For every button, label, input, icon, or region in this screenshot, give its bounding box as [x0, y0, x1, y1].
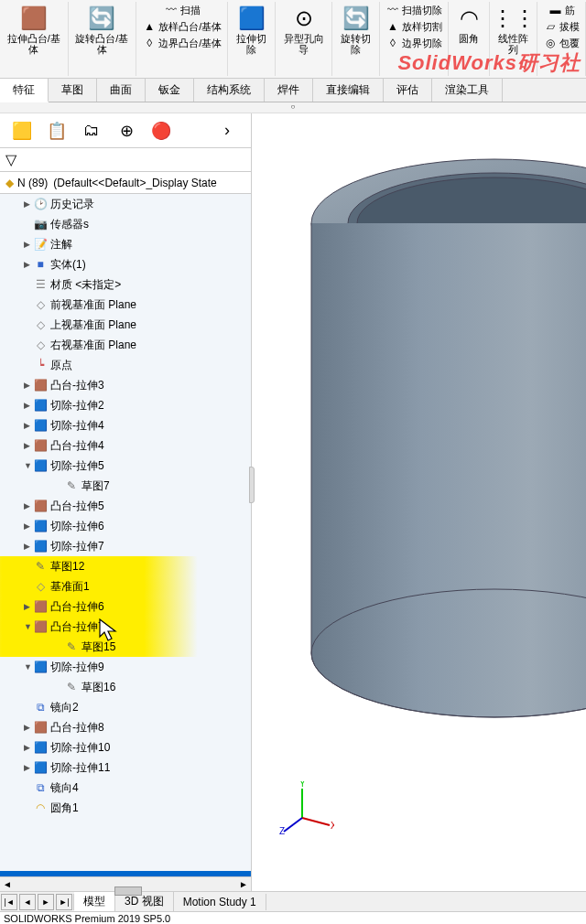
- view-triad[interactable]: Y X Z: [279, 781, 334, 836]
- tree-item[interactable]: ▶🟫凸台-拉伸6: [0, 596, 251, 617]
- draft-button[interactable]: ▱拔模: [539, 18, 583, 35]
- tree-item-label: 切除-拉伸5: [50, 458, 104, 474]
- part-model[interactable]: [293, 141, 586, 800]
- expander-icon[interactable]: ▶: [24, 240, 33, 249]
- tree-item[interactable]: ▼🟦切除-拉伸5: [0, 456, 251, 476]
- tree-item[interactable]: ▶🟦切除-拉伸2: [0, 395, 251, 415]
- scroll-right-icon[interactable]: ►: [236, 879, 251, 889]
- extrude-boss-button[interactable]: 🟫 拉伸凸台/基体: [2, 2, 66, 57]
- tree-item[interactable]: ▶🟦切除-拉伸4: [0, 415, 251, 435]
- expander-icon[interactable]: ▶: [24, 199, 33, 209]
- tab-sketch[interactable]: 草图: [49, 79, 97, 102]
- boundary-button[interactable]: ◊边界凸台/基体: [138, 35, 225, 51]
- tab-feature[interactable]: 特征: [0, 79, 49, 102]
- tree-item[interactable]: ✎草图16: [0, 677, 251, 697]
- panel-splitter[interactable]: ○: [0, 102, 586, 113]
- expander-icon[interactable]: ▶: [24, 501, 33, 510]
- panel-collapse-handle[interactable]: [249, 467, 255, 503]
- tree-item[interactable]: ▶🟫凸台-拉伸3: [0, 375, 251, 395]
- tree-item[interactable]: ◇右视基准面 Plane: [0, 335, 251, 355]
- tree-item[interactable]: ◇基准面1: [0, 576, 251, 596]
- tree-item[interactable]: ▶🟦切除-拉伸11: [0, 757, 251, 778]
- expander-icon[interactable]: ▶: [24, 602, 33, 611]
- config-manager-icon[interactable]: 🗂: [75, 118, 108, 144]
- property-manager-icon[interactable]: 📋: [40, 118, 73, 144]
- feature-manager-icon[interactable]: 🟨: [5, 118, 38, 144]
- tab-evaluate[interactable]: 评估: [384, 79, 432, 102]
- expander-icon[interactable]: ▶: [24, 441, 33, 450]
- tree-item[interactable]: ┕原点: [0, 355, 251, 375]
- tab-direct-edit[interactable]: 直接编辑: [313, 79, 384, 102]
- expander-icon[interactable]: ▶: [24, 381, 33, 390]
- tree-item[interactable]: ◠圆角1: [0, 798, 251, 818]
- tab-structure[interactable]: 结构系统: [194, 79, 265, 102]
- tab-surface[interactable]: 曲面: [97, 79, 146, 102]
- tree-item[interactable]: 📷传感器s: [0, 214, 251, 234]
- tab-render[interactable]: 渲染工具: [432, 79, 503, 102]
- scroll-left-icon[interactable]: ◄: [0, 879, 15, 889]
- sweep-button[interactable]: 〰扫描: [160, 2, 204, 18]
- svg-line-9: [284, 818, 302, 832]
- next-tab-icon[interactable]: ►: [38, 894, 54, 910]
- prev-tab-icon[interactable]: ◄: [19, 894, 36, 910]
- tree-item[interactable]: ▶🟦切除-拉伸10: [0, 737, 251, 757]
- tree-hscroll[interactable]: ◄ ►: [0, 876, 251, 891]
- expander-icon[interactable]: ▶: [24, 521, 33, 531]
- tab-model[interactable]: 模型: [74, 892, 115, 911]
- first-tab-icon[interactable]: |◄: [1, 894, 17, 910]
- solid-icon: ■: [33, 257, 48, 272]
- loft-button[interactable]: ▲放样凸台/基体: [138, 18, 225, 35]
- expand-icon[interactable]: ›: [211, 118, 244, 144]
- tab-weldment[interactable]: 焊件: [265, 79, 313, 102]
- expander-icon[interactable]: ▼: [24, 662, 33, 672]
- expander-icon[interactable]: ▶: [24, 763, 33, 772]
- last-tab-icon[interactable]: ►|: [56, 894, 72, 910]
- tree-item[interactable]: ▼🟦切除-拉伸9: [0, 657, 251, 677]
- tab-sheetmetal[interactable]: 钣金: [146, 79, 194, 102]
- tree-item[interactable]: ✎草图7: [0, 476, 251, 496]
- expander-icon[interactable]: ▶: [24, 401, 33, 410]
- display-manager-icon[interactable]: 🔴: [145, 118, 178, 144]
- expander-icon[interactable]: ▶: [24, 723, 33, 732]
- expander-icon[interactable]: ▶: [24, 542, 33, 551]
- rib-button[interactable]: ▬筋: [545, 2, 579, 18]
- tree-item[interactable]: ▼🟫凸台-拉伸7: [0, 617, 251, 637]
- tree-item[interactable]: ⧉镜向4: [0, 778, 251, 798]
- tree-item[interactable]: ▶🟫凸台-拉伸5: [0, 496, 251, 516]
- tree-item[interactable]: ✎草图15: [0, 637, 251, 657]
- extrude-cut-button[interactable]: 🟦 拉伸切除: [230, 2, 273, 57]
- tree-item[interactable]: ▶■实体(1): [0, 254, 251, 274]
- tree-item[interactable]: ▶🟦切除-拉伸6: [0, 516, 251, 536]
- boundary-icon: ◊: [142, 36, 157, 50]
- feature-tree[interactable]: ▶🕑历史记录📷传感器s▶📝注解▶■实体(1)☰材质 <未指定>◇前视基准面 Pl…: [0, 194, 251, 871]
- tab-motion-study[interactable]: Motion Study 1: [174, 894, 266, 910]
- tree-item[interactable]: ▶🟫凸台-拉伸4: [0, 435, 251, 456]
- tree-root[interactable]: ◆ N (89) (Default<<Default>_Display Stat…: [0, 172, 251, 194]
- swept-cut-button[interactable]: 〰扫描切除: [382, 2, 446, 18]
- scroll-thumb[interactable]: [114, 886, 142, 896]
- tree-item[interactable]: ✎草图12: [0, 556, 251, 576]
- tree-item[interactable]: ▶🕑历史记录: [0, 194, 251, 214]
- graphics-viewport[interactable]: Y X Z: [252, 113, 586, 891]
- expander-icon[interactable]: ▼: [24, 622, 33, 631]
- expander-icon[interactable]: ▶: [24, 743, 33, 752]
- expander-icon[interactable]: ▶: [24, 421, 33, 430]
- funnel-icon[interactable]: ▽: [5, 152, 16, 167]
- expander-icon[interactable]: ▼: [24, 461, 33, 470]
- tree-item[interactable]: ▶🟫凸台-拉伸8: [0, 717, 251, 737]
- expander-icon[interactable]: ▶: [24, 260, 33, 269]
- tree-item[interactable]: ▶📝注解: [0, 234, 251, 254]
- tree-item[interactable]: ◇上视基准面 Plane: [0, 315, 251, 335]
- tree-item[interactable]: ▶🟦切除-拉伸7: [0, 536, 251, 556]
- dimxpert-icon[interactable]: ⊕: [110, 118, 143, 144]
- tree-item[interactable]: ☰材质 <未指定>: [0, 274, 251, 295]
- loft-cut-button[interactable]: ▲放样切割: [382, 18, 446, 35]
- extrude-icon: 🟫: [19, 4, 49, 33]
- revolve-boss-button[interactable]: 🔄 旋转凸台/基体: [71, 2, 135, 57]
- cut-icon: 🟦: [33, 458, 48, 473]
- fillet-button[interactable]: ◠ 圆角: [450, 2, 487, 46]
- tree-item[interactable]: ◇前视基准面 Plane: [0, 295, 251, 315]
- tree-item[interactable]: ⧉镜向2: [0, 697, 251, 717]
- revolve-cut-button[interactable]: 🔄 旋转切除: [334, 2, 377, 57]
- hole-wizard-button[interactable]: ⊙ 异型孔向导: [277, 2, 330, 57]
